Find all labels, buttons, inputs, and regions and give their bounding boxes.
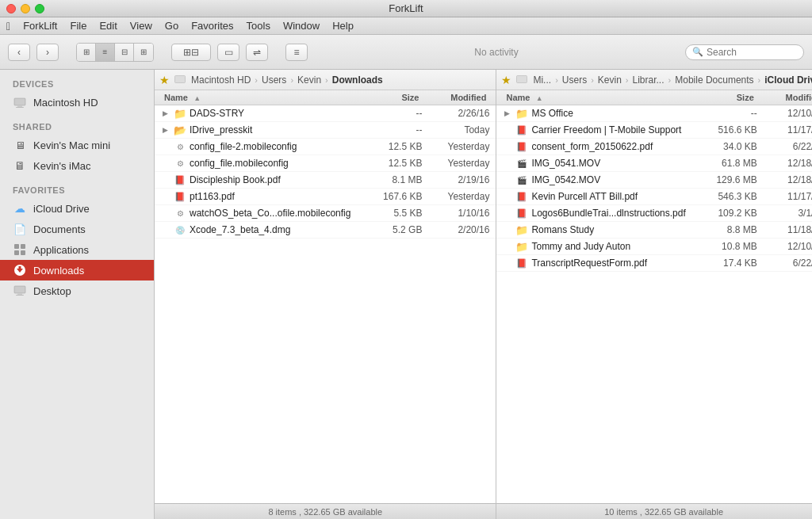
monitor-button[interactable]: ▭ — [217, 44, 239, 61]
icon-view-button[interactable]: ⊞ — [77, 44, 96, 61]
search-icon: 🔍 — [692, 47, 703, 57]
coverflow-view-icon: ⊞ — [140, 48, 147, 56]
back-button[interactable]: ‹ — [8, 44, 30, 61]
file-size: 8.8 MB — [686, 224, 757, 235]
file-name: Romans Study — [531, 224, 594, 235]
file-modified: 6/22/15 — [757, 258, 812, 269]
sidebar-item-macintosh-hd[interactable]: Macintosh HD — [0, 92, 154, 113]
breadcrumb-downloads[interactable]: Downloads — [330, 74, 385, 86]
app-menu[interactable]: ForkLift — [23, 20, 57, 32]
coverflow-view-button[interactable]: ⊞ — [134, 44, 153, 61]
breadcrumb-library[interactable]: Librar... — [630, 74, 667, 86]
search-input[interactable] — [707, 47, 794, 58]
left-name-header[interactable]: Name — [161, 90, 191, 105]
breadcrumb-mobile-docs[interactable]: Mobile Documents — [672, 74, 756, 86]
breadcrumb-kevin[interactable]: Kevin — [295, 74, 324, 86]
table-row[interactable]: ▶ 📕 consent_form_20150622.pdf 34.0 KB 6/… — [496, 139, 812, 155]
list-options-icon: ≡ — [293, 47, 299, 58]
sidebar-item-label: Desktop — [33, 285, 71, 297]
table-row[interactable]: ▶ 📕 Carrier Freedom | T-Mobile Support 5… — [496, 122, 812, 139]
column-view-button[interactable]: ⊟ — [115, 44, 134, 61]
right-name-header[interactable]: Name — [503, 90, 533, 105]
breadcrumb-users[interactable]: Users — [259, 74, 289, 86]
transfer-button[interactable]: ⇌ — [246, 44, 268, 61]
folder-icon: 📁 — [515, 107, 528, 120]
file-name: TranscriptRequestForm.pdf — [531, 258, 647, 269]
traffic-lights[interactable] — [6, 4, 44, 13]
table-row[interactable]: ▶ 📂 IDrive_presskit -- Today — [155, 122, 496, 139]
menu-bar:  ForkLift File Edit View Go Favorites T… — [0, 17, 812, 35]
table-row[interactable]: ▶ 📁 MS Office -- 12/10/15 — [496, 105, 812, 122]
maximize-button[interactable] — [35, 4, 44, 13]
file-name: IMG_0542.MOV — [531, 174, 600, 185]
breadcrumb-icloud-drive[interactable]: iCloud Drive — [762, 74, 812, 86]
list-options-button[interactable]: ≡ — [285, 44, 308, 61]
minimize-button[interactable] — [21, 4, 30, 13]
left-favorite-star[interactable]: ★ — [159, 74, 170, 86]
imac-icon: 🖥 — [13, 158, 27, 173]
downloads-icon — [13, 263, 27, 277]
file-modified: Yesterday — [422, 191, 489, 202]
breadcrumb-users[interactable]: Users — [560, 74, 589, 86]
disclosure-triangle: ▶ — [161, 109, 169, 117]
window-menu[interactable]: Window — [283, 20, 320, 32]
hd-breadcrumb-icon — [516, 75, 527, 85]
sidebar-item-label: Applications — [33, 244, 89, 256]
table-row[interactable]: ▶ ⚙ config_file-2.mobileconfig 12.5 KB Y… — [155, 139, 496, 155]
table-row[interactable]: ▶ 📁 DADS-STRY -- 2/26/16 — [155, 105, 496, 122]
edit-menu[interactable]: Edit — [99, 20, 117, 32]
sync-view-button[interactable]: ⊞⊟ — [171, 44, 211, 61]
sidebar-item-applications[interactable]: Applications — [0, 239, 154, 260]
sidebar-item-downloads[interactable]: Downloads — [0, 260, 154, 280]
go-menu[interactable]: Go — [165, 20, 178, 32]
table-row[interactable]: ▶ 📕 Discipleship Book.pdf 8.1 MB 2/19/16 — [155, 172, 496, 189]
sidebar-item-kevins-mac-mini[interactable]: 🖥 Kevin's Mac mini — [0, 135, 154, 155]
sidebar-item-label: iCloud Drive — [33, 203, 90, 215]
table-row[interactable]: ▶ 🎬 IMG_0542.MOV 129.6 MB 12/18/15 — [496, 172, 812, 189]
right-size-header[interactable]: Size — [733, 90, 757, 105]
file-name: pt1163.pdf — [190, 191, 235, 202]
close-button[interactable] — [6, 4, 16, 13]
breadcrumb-kevin[interactable]: Kevin — [596, 74, 624, 86]
table-row[interactable]: ▶ 🎬 IMG_0541.MOV 61.8 MB 12/18/15 — [496, 155, 812, 172]
right-breadcrumb: ★ Mi... › Users › Kevin › Librar... › Mo… — [496, 70, 812, 90]
sidebar-item-desktop[interactable]: Desktop — [0, 280, 154, 301]
folder-icon: 📁 — [515, 223, 528, 236]
sidebar-item-documents[interactable]: 📄 Documents — [0, 219, 154, 239]
table-row[interactable]: ▶ 📕 Logos6BundleTrai...dlnstructions.pdf… — [496, 205, 812, 222]
window-title: ForkLift — [389, 2, 423, 14]
pdf-icon: 📕 — [515, 124, 528, 136]
apple-menu[interactable]:  — [6, 20, 10, 32]
file-size: 5.2 GB — [350, 224, 422, 235]
list-view-button[interactable]: ≡ — [96, 44, 115, 61]
right-favorite-star[interactable]: ★ — [501, 74, 511, 86]
table-row[interactable]: ▶ ⚙ config_file.mobileconfig 12.5 KB Yes… — [155, 155, 496, 172]
file-size: 109.2 KB — [686, 208, 757, 219]
svg-rect-4 — [21, 244, 25, 249]
table-row[interactable]: ▶ 💿 Xcode_7.3_beta_4.dmg 5.2 GB 2/20/16 — [155, 222, 496, 239]
search-box[interactable]: 🔍 — [685, 44, 804, 60]
left-modified-header[interactable]: Modified — [447, 90, 489, 105]
file-size: 8.1 MB — [350, 174, 422, 185]
breadcrumb-mi[interactable]: Mi... — [530, 74, 553, 86]
left-size-header[interactable]: Size — [398, 90, 422, 105]
view-menu[interactable]: View — [130, 20, 152, 32]
table-row[interactable]: ▶ 📕 pt1163.pdf 167.6 KB Yesterday — [155, 189, 496, 205]
table-row[interactable]: ▶ 📕 TranscriptRequestForm.pdf 17.4 KB 6/… — [496, 255, 812, 272]
right-modified-header[interactable]: Modified — [783, 90, 812, 105]
table-row[interactable]: ▶ 📁 Romans Study 8.8 MB 11/18/15 — [496, 222, 812, 239]
tools-menu[interactable]: Tools — [247, 20, 270, 32]
sidebar-item-kevins-imac[interactable]: 🖥 Kevin's iMac — [0, 155, 154, 176]
breadcrumb-macintosh-hd[interactable]: Macintosh HD — [189, 74, 253, 86]
mac-mini-icon: 🖥 — [13, 138, 27, 152]
table-row[interactable]: ▶ 📕 Kevin Purcell ATT Bill.pdf 546.3 KB … — [496, 189, 812, 205]
table-row[interactable]: ▶ ⚙ watchOS_beta_Co...ofile.mobileconfig… — [155, 205, 496, 222]
table-row[interactable]: ▶ 📁 Tommy and Judy Auton 10.8 MB 12/10/1… — [496, 239, 812, 255]
sidebar-item-label: Kevin's iMac — [33, 160, 91, 172]
file-menu[interactable]: File — [70, 20, 86, 32]
file-modified: Today — [422, 124, 489, 135]
forward-button[interactable]: › — [36, 44, 59, 61]
help-menu[interactable]: Help — [332, 20, 354, 32]
favorites-menu[interactable]: Favorites — [191, 20, 233, 32]
sidebar-item-icloud-drive[interactable]: ☁ iCloud Drive — [0, 198, 154, 219]
